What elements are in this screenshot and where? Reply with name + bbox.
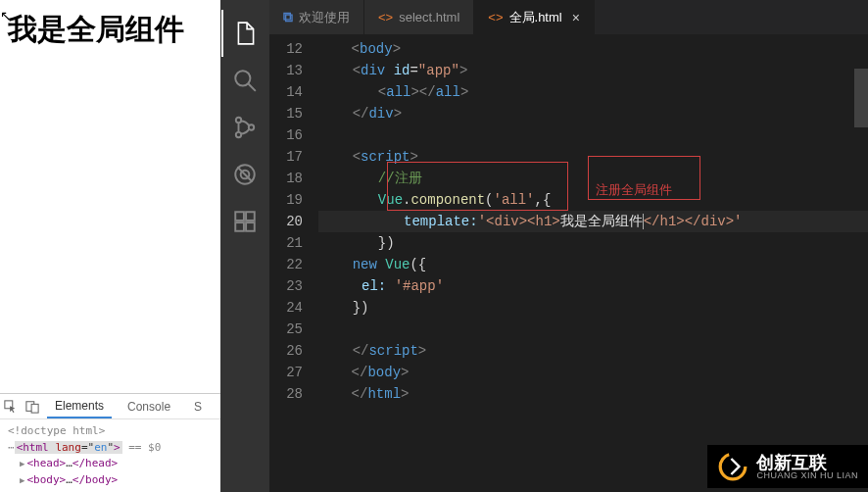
html-file-icon: <> <box>488 10 503 25</box>
watermark-subtitle: CHUANG XIN HU LIAN <box>756 471 858 480</box>
browser-preview-pane: ↖ 我是全局组件 Elements Console S <!doctype ht… <box>0 0 220 492</box>
device-toggle-icon[interactable] <box>25 400 39 414</box>
vscode-editor: ⧉ 欢迎使用 <> select.html <> 全局.html × 12 13 <box>220 0 868 492</box>
code-line: }) <box>318 297 868 319</box>
code-line: Vue.component('all',{ <box>318 189 868 211</box>
code-line: <all></all> <box>318 81 868 103</box>
preview-area: 我是全局组件 <box>0 0 220 393</box>
html-file-icon: <> <box>378 10 393 25</box>
cursor-icon: ↖ <box>0 8 12 24</box>
close-icon[interactable]: × <box>572 10 580 25</box>
tab-bar: ⧉ 欢迎使用 <> select.html <> 全局.html × <box>269 0 868 34</box>
head-node[interactable]: ▶<head>…</head> <box>8 456 213 472</box>
devtools-tab-extra[interactable]: S <box>186 396 210 418</box>
svg-point-3 <box>235 71 250 85</box>
search-icon[interactable] <box>221 57 268 104</box>
watermark-badge: 创新互联 CHUANG XIN HU LIAN <box>707 445 868 488</box>
svg-point-6 <box>236 132 241 137</box>
editor-area: ⧉ 欢迎使用 <> select.html <> 全局.html × 12 13 <box>269 0 868 492</box>
explorer-icon[interactable] <box>221 10 268 57</box>
tab-global[interactable]: <> 全局.html × <box>474 0 595 34</box>
debug-icon[interactable] <box>221 151 268 198</box>
svg-rect-12 <box>235 222 244 231</box>
svg-point-5 <box>236 118 241 123</box>
watermark-title: 创新互联 <box>756 454 858 471</box>
activity-bar <box>220 0 269 492</box>
tab-welcome-label: 欢迎使用 <box>299 9 350 26</box>
svg-line-9 <box>237 167 252 181</box>
code-line: <body> <box>318 38 868 60</box>
vertical-scrollbar[interactable] <box>854 69 868 492</box>
doctype-node: <!doctype html> <box>8 423 213 440</box>
devtools-dom-tree[interactable]: <!doctype html> ⋯<html lang="en"> == $0 … <box>0 419 220 492</box>
code-line: <div id="app"> <box>318 60 868 81</box>
source-control-icon[interactable] <box>221 104 268 151</box>
devtools-tabbar: Elements Console S <box>0 394 220 419</box>
svg-rect-14 <box>246 212 255 221</box>
body-node[interactable]: ▶<body>…</body> <box>8 472 213 489</box>
line-gutter: 12 13 14 15 16 17 18 19 20 21 22 23 24 2… <box>269 34 318 492</box>
code-line: //注册 <box>318 168 868 189</box>
code-line: </html> <box>318 383 868 405</box>
tab-global-label: 全局.html <box>509 9 562 26</box>
inspect-icon[interactable] <box>4 400 18 414</box>
tab-welcome[interactable]: ⧉ 欢迎使用 <box>269 0 364 34</box>
watermark-logo-icon <box>717 451 748 482</box>
code-line: </body> <box>318 362 868 383</box>
code-line: </div> <box>318 103 868 124</box>
code-line <box>318 124 868 146</box>
svg-rect-13 <box>246 222 255 231</box>
code-line-current: template:'<div><h1>我是全局组件</h1></div>' <box>318 211 868 232</box>
svg-rect-2 <box>31 404 38 413</box>
code-lines[interactable]: <body> <div id="app"> <all></all> </div>… <box>318 34 868 492</box>
svg-rect-11 <box>235 212 244 221</box>
svg-point-15 <box>721 454 747 479</box>
code-line: el: '#app' <box>318 275 868 297</box>
preview-heading: 我是全局组件 <box>8 10 213 50</box>
extensions-icon[interactable] <box>221 198 268 245</box>
code-line: }) <box>318 232 868 254</box>
code-line: <script> <box>318 146 868 168</box>
html-node[interactable]: ⋯<html lang="en"> == $0 <box>8 440 213 457</box>
tab-select[interactable]: <> select.html <box>364 0 474 34</box>
devtools-tab-console[interactable]: Console <box>120 396 178 418</box>
svg-line-4 <box>248 83 256 91</box>
code-line: new Vue({ <box>318 254 868 275</box>
code-line: </script> <box>318 340 868 362</box>
tab-select-label: select.html <box>399 10 459 25</box>
devtools-tab-elements[interactable]: Elements <box>47 395 112 418</box>
code-line <box>318 319 868 340</box>
code-area[interactable]: 12 13 14 15 16 17 18 19 20 21 22 23 24 2… <box>269 34 868 492</box>
vscode-icon: ⧉ <box>283 9 293 25</box>
devtools-panel: Elements Console S <!doctype html> ⋯<htm… <box>0 393 220 492</box>
